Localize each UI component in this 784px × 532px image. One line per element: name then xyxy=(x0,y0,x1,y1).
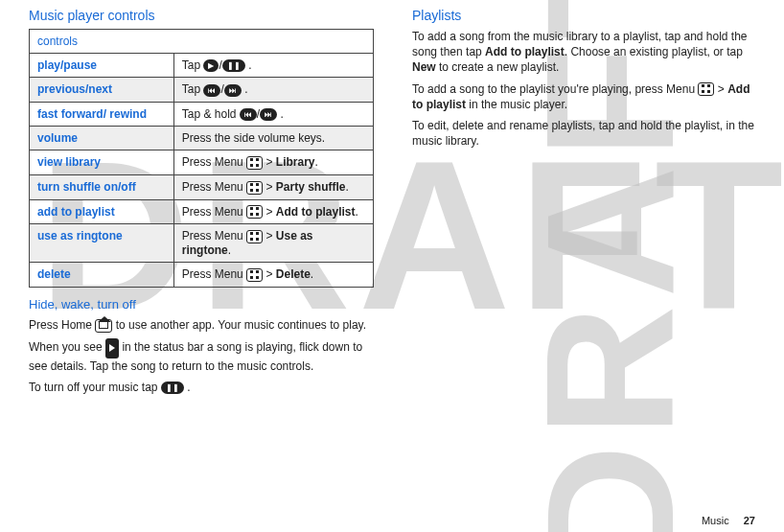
text: in the music player. xyxy=(466,98,567,111)
row-label: fast forward/ rewind xyxy=(30,102,174,126)
footer-section: Music xyxy=(702,515,729,526)
bold-text: Add to playlist xyxy=(485,45,565,58)
row-label: previous/next xyxy=(30,78,174,102)
hide-wake-heading: Hide, wake, turn off xyxy=(29,297,374,312)
menu-icon xyxy=(246,205,263,219)
bold-text: New xyxy=(412,60,436,74)
text: When you see xyxy=(29,341,105,355)
row-label: add to playlist xyxy=(30,199,174,224)
pause-icon: ❚❚ xyxy=(161,382,184,394)
text: Press Menu xyxy=(182,205,243,219)
play-status-icon xyxy=(105,338,119,358)
text: > xyxy=(265,267,275,281)
row-desc: Press Menu > Add to playlist. xyxy=(173,199,373,224)
text: . xyxy=(281,107,284,121)
menu-icon xyxy=(246,181,263,195)
text: To turn off your music tap xyxy=(29,381,161,394)
text: > xyxy=(718,82,727,96)
page-content: Music player controls controls play/paus… xyxy=(0,0,784,410)
menu-icon xyxy=(246,230,263,243)
table-row: volume Press the side volume keys. xyxy=(30,126,374,150)
table-row: delete Press Menu > Delete. xyxy=(30,263,374,288)
table-row: add to playlist Press Menu > Add to play… xyxy=(30,199,374,224)
text: Press Menu xyxy=(182,180,243,194)
text: To add a song to the playlist you're pla… xyxy=(412,82,695,96)
bold-text: Party shuffle xyxy=(276,180,346,194)
text: . xyxy=(311,267,313,281)
table-row: previous/next Tap ⏮/⏭ . xyxy=(30,78,374,102)
row-desc: Press Menu > Party shuffle. xyxy=(173,174,373,199)
para-statusbar: When you see in the status bar a song is… xyxy=(29,338,374,373)
text: . xyxy=(187,381,190,394)
table-row: play/pause Tap ▶/❚❚ . xyxy=(30,54,374,78)
text: Press Menu xyxy=(182,229,243,243)
prev-icon: ⏮ xyxy=(203,84,220,97)
table-row: view library Press Menu > Library. xyxy=(30,150,374,174)
para-turnoff: To turn off your music tap ❚❚ . xyxy=(29,380,374,395)
left-column: Music player controls controls play/paus… xyxy=(29,8,374,401)
para-playlist-edit: To edit, delete and rename playlists, ta… xyxy=(412,118,755,149)
text: > xyxy=(265,229,275,243)
text: . xyxy=(315,155,318,169)
text: . xyxy=(244,82,247,96)
bold-text: Library xyxy=(276,155,315,169)
playlists-heading: Playlists xyxy=(412,8,755,23)
right-column: Playlists To add a song from the music l… xyxy=(412,8,755,401)
text: Press Menu xyxy=(182,267,243,281)
menu-icon xyxy=(698,82,714,96)
footer-page-number: 27 xyxy=(744,515,755,526)
text: to create a new playlist. xyxy=(436,60,560,74)
text: Press Menu xyxy=(182,155,243,169)
table-row: fast forward/ rewind Tap & hold ⏮/⏭ . xyxy=(30,102,374,126)
row-desc: Press Menu > Use as ringtone. xyxy=(173,224,373,263)
play-icon: ▶ xyxy=(203,59,219,72)
text: > xyxy=(265,180,275,194)
ffwd-icon: ⏭ xyxy=(260,108,277,121)
table-header-row: controls xyxy=(30,30,374,54)
row-label: delete xyxy=(30,263,174,288)
home-icon xyxy=(95,319,112,333)
row-desc: Tap & hold ⏮/⏭ . xyxy=(173,102,373,126)
row-label: volume xyxy=(30,126,174,150)
text: . xyxy=(228,243,231,257)
controls-header-cell: controls xyxy=(30,30,374,54)
text: . xyxy=(346,180,349,194)
row-desc: Tap ▶/❚❚ . xyxy=(173,54,373,78)
menu-icon xyxy=(246,156,263,170)
controls-table: controls play/pause Tap ▶/❚❚ . previous/… xyxy=(29,29,374,288)
para-playlist-add: To add a song from the music library to … xyxy=(412,29,755,76)
rewind-icon: ⏮ xyxy=(240,108,257,121)
table-row: use as ringtone Press Menu > Use as ring… xyxy=(30,224,374,263)
menu-icon xyxy=(246,268,263,282)
text: > xyxy=(265,155,275,169)
page-footer: Music 27 xyxy=(702,515,755,526)
text: . xyxy=(248,58,251,72)
row-label: play/pause xyxy=(30,54,174,78)
row-desc: Press Menu > Delete. xyxy=(173,263,373,288)
row-label: turn shuffle on/off xyxy=(30,174,174,199)
row-label: use as ringtone xyxy=(30,224,174,263)
text: Tap xyxy=(182,82,204,96)
para-playlist-current: To add a song to the playlist you're pla… xyxy=(412,81,755,112)
next-icon: ⏭ xyxy=(224,84,242,97)
text: . xyxy=(356,205,358,219)
row-desc: Press the side volume keys. xyxy=(173,126,373,150)
row-label: view library xyxy=(30,150,174,174)
bold-text: Add to playlist xyxy=(276,205,356,219)
bold-text: Delete xyxy=(276,267,311,281)
row-desc: Tap ⏮/⏭ . xyxy=(173,78,373,102)
pause-icon: ❚❚ xyxy=(222,59,245,72)
row-desc: Press Menu > Library. xyxy=(173,150,373,174)
text: Press Home xyxy=(29,318,92,332)
text: Tap xyxy=(182,58,204,72)
music-controls-heading: Music player controls xyxy=(29,8,374,23)
text: to use another app. Your music continues… xyxy=(116,318,366,332)
text: Tap & hold xyxy=(182,107,240,121)
table-row: turn shuffle on/off Press Menu > Party s… xyxy=(30,174,374,199)
text: . Choose an existing playlist, or tap xyxy=(565,45,743,58)
text: > xyxy=(265,205,275,219)
para-home: Press Home to use another app. Your musi… xyxy=(29,317,374,333)
